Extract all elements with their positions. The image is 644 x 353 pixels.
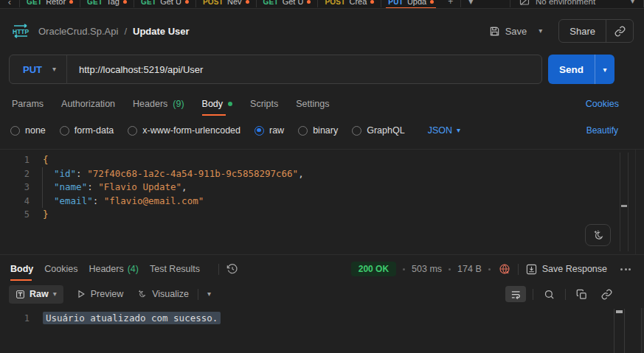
code-line: 5 } xyxy=(0,208,644,222)
method-chevron-icon[interactable]: ▾ xyxy=(52,66,66,73)
tab-options-chevron-icon[interactable]: ▾ xyxy=(461,0,480,6)
response-view-raw-button[interactable]: Raw ▾ xyxy=(9,285,63,304)
dot-separator xyxy=(449,268,451,270)
radio-none[interactable]: none xyxy=(10,125,46,136)
wrap-text-button[interactable] xyxy=(505,286,526,302)
request-body-editor[interactable]: 1 { 2 "id": "72f40c68-1a2c-4a54-911b-9c5… xyxy=(0,149,644,255)
response-headers-label: Headers xyxy=(89,264,123,274)
response-scrollbar[interactable] xyxy=(614,309,625,353)
response-tab-headers[interactable]: Headers (4) xyxy=(89,264,139,274)
tab-params[interactable]: Params xyxy=(3,91,52,116)
response-history-icon[interactable] xyxy=(226,263,238,275)
unsaved-dot-icon xyxy=(246,0,249,4)
copy-link-icon[interactable] xyxy=(606,26,633,37)
breadcrumb-separator: / xyxy=(124,26,127,37)
send-button[interactable]: Send xyxy=(548,55,595,84)
environment-selector[interactable]: No environment ▾ xyxy=(510,0,643,9)
share-button-group: Share xyxy=(558,19,634,43)
save-response-button[interactable]: Save Response xyxy=(526,264,607,275)
save-options-chevron-icon[interactable]: ▾ xyxy=(533,23,548,39)
copy-icon[interactable] xyxy=(572,289,591,300)
url-input[interactable]: http://localhost:5219/api/User xyxy=(67,64,203,75)
tab-method: POST xyxy=(203,0,224,6)
response-tab-body[interactable]: Body xyxy=(10,264,33,274)
svg-text:HTTP: HTTP xyxy=(13,28,30,35)
line-number: 1 xyxy=(0,312,30,326)
environment-label: No environment xyxy=(536,0,625,6)
breadcrumb-collection[interactable]: OracleCrud.Sp.Api xyxy=(38,26,118,37)
tab-scripts[interactable]: Scripts xyxy=(241,91,287,116)
postbot-button[interactable] xyxy=(585,224,611,246)
unsaved-dot-icon xyxy=(69,0,73,4)
request-tab[interactable]: GET Retor xyxy=(20,0,80,9)
scrollbar-thumb[interactable] xyxy=(621,205,627,207)
send-button-group: Send ▾ xyxy=(548,55,614,84)
response-tab-cookies[interactable]: Cookies xyxy=(44,264,77,274)
code-line: 1 { xyxy=(0,153,644,167)
network-warning-globe-icon[interactable] xyxy=(499,263,510,275)
radio-graphql[interactable]: GraphQL xyxy=(352,125,404,136)
radio-binary[interactable]: binary xyxy=(298,125,338,136)
response-size[interactable]: 174 B xyxy=(457,264,482,274)
share-button[interactable]: Share xyxy=(559,26,606,37)
response-tab-test-results[interactable]: Test Results xyxy=(150,264,200,274)
new-tab-plus-icon[interactable]: + xyxy=(440,0,460,7)
back-chevron-icon[interactable]: ‹ xyxy=(0,0,19,7)
response-link-icon[interactable] xyxy=(598,289,616,300)
code-token: "email" xyxy=(54,195,93,206)
radio-circle-icon xyxy=(10,126,20,136)
divider xyxy=(518,264,519,275)
response-view-visualize-button[interactable]: Visualize xyxy=(136,289,189,299)
radio-form-data[interactable]: form-data xyxy=(60,125,114,136)
tab-label: Get U xyxy=(283,0,304,6)
pane-edge xyxy=(635,150,636,254)
search-icon[interactable] xyxy=(540,289,558,300)
raw-label: Raw xyxy=(30,289,49,299)
tab-label: Nev xyxy=(227,0,242,6)
tab-method: POST xyxy=(325,0,345,6)
status-badge[interactable]: 200 OK xyxy=(351,262,396,276)
code-token: : xyxy=(87,181,98,192)
response-body[interactable]: 1 Usuário atualizado com sucesso. xyxy=(0,308,644,353)
response-view-preview-button[interactable]: Preview xyxy=(77,289,123,299)
language-select[interactable]: JSON ▾ xyxy=(428,125,460,136)
send-options-chevron-icon[interactable]: ▾ xyxy=(595,55,614,84)
method-select[interactable]: PUT xyxy=(10,64,52,75)
view-options-chevron-icon[interactable]: ▾ xyxy=(207,290,211,298)
request-header: HTTP OracleCrud.Sp.Api / Update User Sav… xyxy=(0,9,644,53)
tab-body[interactable]: Body xyxy=(193,91,242,116)
save-button[interactable]: Save xyxy=(483,21,533,41)
tab-label: Retor xyxy=(46,0,66,6)
environment-chevron-icon[interactable]: ▾ xyxy=(631,0,634,5)
tab-method: PUT xyxy=(388,0,404,6)
no-environment-icon xyxy=(519,0,530,7)
cookies-link[interactable]: Cookies xyxy=(586,99,619,109)
request-tab[interactable]: POST Crea xyxy=(318,0,381,9)
request-tab[interactable]: GET Tag xyxy=(80,0,134,9)
editor-scrollbar[interactable] xyxy=(620,153,629,251)
breadcrumb-request-name[interactable]: Update User xyxy=(133,26,190,37)
scrollbar-thumb[interactable] xyxy=(616,310,623,313)
code-line: 2 "id": "72f40c68-1a2c-4a54-911b-9c58582… xyxy=(0,167,644,181)
response-line: 1 Usuário atualizado com sucesso. xyxy=(0,312,644,326)
code-token: , xyxy=(298,168,304,179)
save-response-icon xyxy=(526,264,537,275)
unsaved-dot-icon xyxy=(307,0,311,4)
headers-count: (9) xyxy=(173,99,184,109)
request-tab[interactable]: POST Nev xyxy=(196,0,256,9)
radio-raw[interactable]: raw xyxy=(255,125,284,136)
more-options-icon[interactable] xyxy=(617,265,634,273)
radio-urlencoded[interactable]: x-www-form-urlencoded xyxy=(128,125,240,136)
request-tab-active[interactable]: PUT Upda xyxy=(381,0,440,9)
tab-authorization[interactable]: Authorization xyxy=(52,91,124,116)
request-tab[interactable]: GET Get U xyxy=(257,0,318,9)
request-tab[interactable]: GET Get U xyxy=(134,0,195,9)
raw-file-icon xyxy=(15,290,25,299)
tab-headers[interactable]: Headers (9) xyxy=(124,91,193,116)
response-time[interactable]: 503 ms xyxy=(412,264,442,274)
dot-separator xyxy=(488,268,491,270)
radio-circle-icon xyxy=(352,126,361,136)
tab-settings[interactable]: Settings xyxy=(287,91,338,116)
code-token: "name" xyxy=(54,181,87,192)
beautify-link[interactable]: Beautify xyxy=(586,125,618,136)
